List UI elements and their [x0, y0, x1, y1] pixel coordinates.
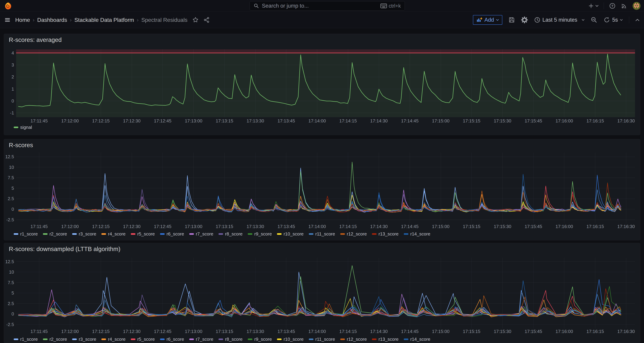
legend-swatch	[277, 338, 282, 340]
breadcrumb-dashboards[interactable]: Dashboards	[37, 17, 67, 23]
gear-icon[interactable]	[521, 17, 528, 23]
x-axis-label: 17:12:45	[154, 329, 172, 334]
menu-icon[interactable]	[4, 17, 10, 23]
y-axis-label: 2.5	[8, 196, 14, 201]
legend-label: r6_score	[166, 336, 184, 342]
legend-swatch	[277, 233, 282, 235]
threshold-region-below	[16, 53, 635, 117]
x-axis-label: 17:13:30	[247, 118, 264, 123]
legend-item-r11_score[interactable]: r11_score	[309, 231, 335, 237]
legend-item-r1_score[interactable]: r1_score	[14, 231, 38, 237]
x-axis-label: 17:11:45	[30, 329, 48, 334]
legend-label: r11_score	[315, 336, 335, 342]
legend-item-r6_score[interactable]: r6_score	[160, 336, 184, 342]
svg-text:?: ?	[611, 4, 614, 8]
avatar[interactable]	[632, 2, 640, 10]
x-axis-label: 17:15:15	[463, 329, 480, 334]
refresh-picker[interactable]: 5s	[604, 17, 623, 23]
legend-item-r13_score[interactable]: r13_score	[372, 336, 398, 342]
x-axis-label: 17:12:45	[154, 224, 172, 229]
legend-swatch	[14, 127, 18, 128]
legend-label: r3_score	[79, 231, 96, 237]
legend-item-r2_score[interactable]: r2_score	[43, 336, 67, 342]
legend-label: r5_score	[137, 336, 155, 342]
x-axis-label: 17:15:45	[525, 118, 542, 123]
chevron-down-icon	[596, 5, 598, 7]
breadcrumb-folder[interactable]: Stackable Data Platform	[74, 17, 134, 23]
legend-item-r14_score[interactable]: r14_score	[404, 336, 430, 342]
timeseries-plot[interactable]: 17:11:4517:12:0017:12:1517:12:3017:12:45…	[4, 139, 640, 240]
legend-item-r4_score[interactable]: r4_score	[101, 231, 126, 237]
legend-swatch	[14, 233, 18, 235]
legend: r1_scorer2_scorer3_scorer4_scorer5_score…	[14, 231, 436, 237]
series-line-r1_score	[18, 272, 621, 317]
search-input[interactable]: Search or jump to... ctrl+k	[250, 1, 405, 11]
x-axis-label: 17:16:15	[586, 329, 604, 334]
legend-item-r3_score[interactable]: r3_score	[72, 231, 96, 237]
legend-label: r12_score	[347, 336, 367, 342]
news-icon[interactable]	[621, 3, 628, 9]
series-line-r3_score	[18, 277, 621, 316]
legend-label: r8_score	[225, 336, 242, 342]
x-axis-label: 17:15:00	[432, 224, 450, 229]
legend-item-r11_score[interactable]: r11_score	[309, 336, 335, 342]
chevron-down-icon	[620, 19, 623, 21]
legend-item-r4_score[interactable]: r4_score	[101, 336, 126, 342]
breadcrumb-home[interactable]: Home	[15, 17, 30, 23]
legend-item-signal[interactable]: signal	[14, 125, 32, 130]
legend-item-r5_score[interactable]: r5_score	[131, 336, 155, 342]
legend-item-r7_score[interactable]: r7_score	[189, 231, 213, 237]
panel-rscores[interactable]: R-scores 17:11:4517:12:0017:12:1517:12:3…	[4, 139, 640, 240]
timeseries-plot[interactable]: 17:11:4517:12:0017:12:1517:12:3017:12:45…	[4, 34, 640, 135]
legend-swatch	[72, 233, 77, 235]
grafana-logo[interactable]	[4, 2, 12, 10]
panel-rscores-averaged[interactable]: R-scores: averaged 17:11:4517:12:0017:12…	[4, 34, 640, 135]
search-placeholder: Search or jump to...	[262, 3, 378, 9]
time-range-picker[interactable]: Last 5 minutes	[534, 17, 585, 23]
timeseries-plot[interactable]: 17:11:4517:12:0017:12:1517:12:3017:12:45…	[4, 243, 640, 343]
x-axis-label: 17:15:15	[463, 118, 480, 123]
x-axis-label: 17:14:15	[339, 118, 357, 123]
legend-swatch	[101, 338, 106, 340]
save-icon[interactable]	[508, 17, 515, 23]
new-menu-button[interactable]	[588, 3, 598, 9]
legend-item-r8_score[interactable]: r8_score	[218, 336, 242, 342]
search-icon	[254, 3, 259, 9]
legend-item-r6_score[interactable]: r6_score	[160, 231, 184, 237]
add-button[interactable]: Add	[473, 15, 502, 25]
x-axis-label: 17:14:00	[308, 224, 326, 229]
x-axis-label: 17:14:45	[401, 329, 418, 334]
legend-item-r10_score[interactable]: r10_score	[277, 231, 304, 237]
y-axis-label: -2.5	[6, 217, 14, 222]
legend-item-r8_score[interactable]: r8_score	[218, 231, 242, 237]
legend-item-r12_score[interactable]: r12_score	[340, 231, 367, 237]
legend-label: r10_score	[284, 336, 304, 342]
legend-swatch	[131, 338, 136, 340]
legend-item-r2_score[interactable]: r2_score	[43, 231, 67, 237]
share-icon[interactable]	[204, 17, 210, 23]
legend-swatch	[101, 233, 106, 235]
legend-item-r13_score[interactable]: r13_score	[372, 231, 398, 237]
legend-item-r3_score[interactable]: r3_score	[72, 336, 96, 342]
x-axis-label: 17:14:15	[339, 329, 357, 334]
help-icon[interactable]: ?	[609, 3, 616, 9]
legend-item-r10_score[interactable]: r10_score	[277, 336, 304, 342]
legend-item-r7_score[interactable]: r7_score	[189, 336, 213, 342]
legend-item-r9_score[interactable]: r9_score	[248, 231, 272, 237]
legend-swatch	[218, 233, 223, 235]
panel-rscores-downsampled[interactable]: R-scores: downsampled (LTTB algorithm) 1…	[4, 243, 640, 343]
legend-item-r14_score[interactable]: r14_score	[404, 231, 430, 237]
series-line-r2_score	[18, 162, 621, 212]
add-panel-icon	[476, 17, 482, 23]
legend-label: r13_score	[378, 231, 398, 237]
star-icon[interactable]	[192, 17, 198, 23]
plus-icon	[588, 3, 594, 9]
collapse-icon[interactable]	[635, 19, 640, 21]
legend-item-r9_score[interactable]: r9_score	[248, 336, 272, 342]
zoom-out-icon[interactable]	[591, 17, 597, 23]
legend-item-r5_score[interactable]: r5_score	[131, 231, 155, 237]
x-axis-label: 17:13:00	[185, 329, 202, 334]
x-axis-label: 17:13:30	[247, 224, 264, 229]
legend-item-r12_score[interactable]: r12_score	[340, 336, 367, 342]
legend-item-r1_score[interactable]: r1_score	[14, 336, 38, 342]
